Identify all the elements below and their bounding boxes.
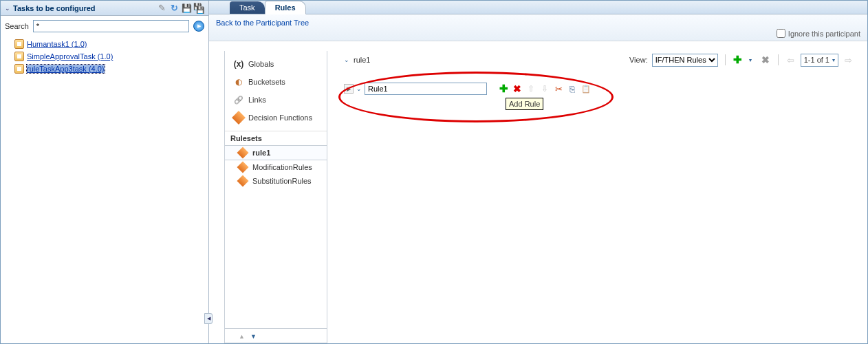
nav-decision-functions[interactable]: Decision Functions — [228, 109, 324, 127]
separator — [725, 54, 726, 65]
ignore-participant-row: Ignore this participant — [777, 29, 860, 38]
ruleset-name: rule1 — [354, 56, 370, 64]
refresh-icon[interactable] — [169, 3, 180, 14]
cut-icon[interactable] — [553, 83, 564, 94]
search-input[interactable] — [33, 20, 189, 32]
highlight-oval — [338, 72, 614, 122]
rule-row: ▶ ⌄ ✚ ✖ ⇧ ⇩ — [344, 81, 854, 96]
ruleset-item[interactable]: rule1 — [225, 145, 327, 160]
globals-icon: (x) — [233, 58, 244, 69]
ruleset-label: rule1 — [252, 149, 270, 157]
search-label: Search — [5, 22, 29, 30]
task-item[interactable]: ruleTaskApp3task (4.0) — [5, 63, 204, 75]
task-item[interactable]: SimpleApprovalTask (1.0) — [5, 50, 204, 63]
tab-rules[interactable]: Rules — [265, 1, 306, 14]
move-up-icon[interactable] — [239, 332, 245, 340]
delete-rule-icon[interactable]: ✖ — [512, 83, 523, 94]
move-down-icon[interactable] — [250, 332, 257, 340]
separator — [778, 54, 779, 65]
view-label: View: — [629, 56, 648, 64]
editor-toolbar: ⌄ rule1 View: IF/THEN Rules ✚ ▾ ✖ ⇦ 1-1 … — [344, 51, 854, 69]
task-link[interactable]: ruleTaskApp3task (4.0) — [27, 65, 105, 73]
ruleset-icon — [237, 147, 249, 159]
prev-page-icon[interactable]: ⇦ — [785, 54, 796, 65]
nav-footer — [225, 328, 327, 343]
ruleset-label: ModificationRules — [252, 163, 312, 171]
task-link[interactable]: SimpleApprovalTask (1.0) — [27, 52, 113, 61]
nav-bucketsets[interactable]: Bucketsets — [228, 73, 324, 91]
task-icon — [14, 64, 24, 74]
links-icon — [233, 94, 244, 105]
rules-nav: (x) Globals Bucketsets Links Decision Fu… — [224, 51, 327, 343]
ruleset-icon — [237, 175, 249, 187]
edit-icon[interactable] — [156, 3, 167, 14]
collapse-icon[interactable]: ⌄ — [344, 56, 349, 63]
rule-dropdown-icon[interactable]: ⌄ — [356, 85, 362, 92]
pager-text: 1-1 of 1 — [804, 56, 829, 64]
ruleset-label: SubstitutionRules — [252, 177, 312, 185]
search-row: Search — [1, 16, 208, 36]
nav-label: Links — [248, 96, 266, 104]
move-up-icon[interactable]: ⇧ — [525, 83, 536, 94]
save-icon[interactable] — [181, 3, 192, 14]
pager-dropdown-icon[interactable]: ▾ — [832, 57, 835, 63]
task-tree: Humantask1 (1.0) SimpleApprovalTask (1.0… — [1, 36, 208, 76]
splitter-handle[interactable]: ◀ — [204, 313, 213, 324]
copy-icon[interactable] — [567, 83, 578, 94]
rulesets-header: Rulesets — [225, 131, 327, 145]
tab-task[interactable]: Task — [230, 1, 265, 14]
ruleset-item[interactable]: SubstitutionRules — [225, 174, 327, 188]
sub-header: Back to the Participant Tree Ignore this… — [209, 14, 867, 41]
ignore-label: Ignore this participant — [788, 30, 860, 38]
bucketsets-icon — [233, 76, 244, 87]
add-dropdown-icon[interactable]: ▾ — [745, 54, 756, 65]
next-page-icon[interactable]: ⇨ — [843, 54, 854, 65]
expand-rule-icon[interactable]: ▶ — [344, 84, 354, 94]
ignore-checkbox[interactable] — [777, 29, 785, 38]
nav-label: Bucketsets — [248, 78, 285, 86]
delete-icon[interactable]: ✖ — [760, 54, 771, 65]
add-rule-icon[interactable]: ✚ — [498, 83, 509, 94]
task-icon — [14, 52, 24, 61]
add-icon[interactable]: ✚ — [733, 54, 744, 65]
panel-title: Tasks to be configured — [13, 4, 155, 12]
back-link[interactable]: Back to the Participant Tree — [216, 19, 309, 27]
decision-functions-icon — [233, 112, 244, 123]
nav-globals[interactable]: (x) Globals — [228, 55, 324, 73]
collapse-icon[interactable]: ⌄ — [5, 5, 10, 12]
task-link[interactable]: Humantask1 (1.0) — [27, 40, 87, 48]
nav-label: Globals — [248, 60, 274, 68]
rule-name-input[interactable] — [365, 83, 487, 95]
tab-bar: Task Rules — [209, 1, 867, 14]
nav-links[interactable]: Links — [228, 91, 324, 109]
ruleset-item[interactable]: ModificationRules — [225, 160, 327, 174]
nav-label: Decision Functions — [248, 114, 312, 122]
rules-editor: ⌄ rule1 View: IF/THEN Rules ✚ ▾ ✖ ⇦ 1-1 … — [344, 51, 867, 343]
ruleset-icon — [237, 162, 249, 173]
task-icon — [14, 39, 24, 49]
move-down-icon[interactable]: ⇩ — [539, 83, 550, 94]
tooltip: Add Rule — [506, 98, 543, 110]
paste-icon[interactable] — [581, 83, 592, 94]
search-go-button[interactable] — [193, 21, 204, 32]
pager[interactable]: 1-1 of 1 ▾ — [801, 54, 838, 67]
left-panel-header: ⌄ Tasks to be configured — [1, 1, 208, 16]
view-select[interactable]: IF/THEN Rules — [652, 54, 718, 67]
task-item[interactable]: Humantask1 (1.0) — [5, 38, 204, 50]
save-all-icon[interactable] — [193, 3, 204, 14]
rule-row-container: ▶ ⌄ ✚ ✖ ⇧ ⇩ Add Rule — [344, 81, 854, 96]
